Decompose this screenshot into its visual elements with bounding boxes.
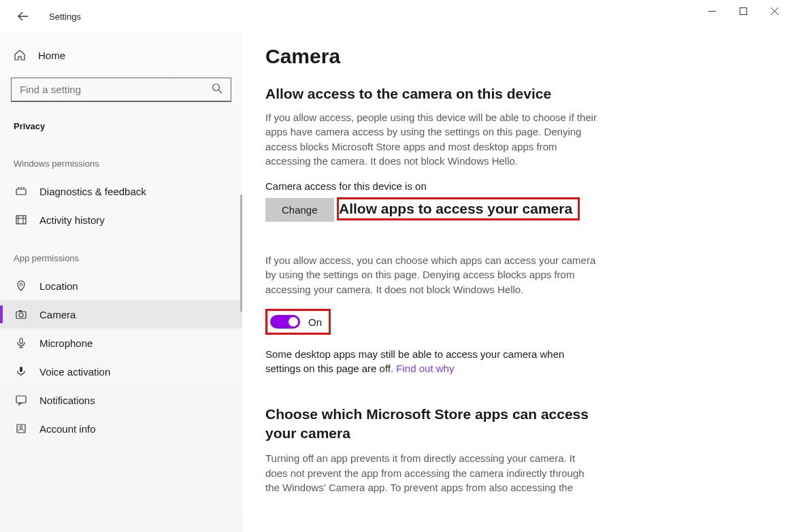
svg-rect-11 — [20, 338, 22, 344]
sidebar-item-voice-activation[interactable]: Voice activation — [0, 357, 242, 386]
sidebar-item-diagnostics[interactable]: Diagnostics & feedback — [0, 177, 242, 205]
sidebar-item-location[interactable]: Location — [0, 271, 242, 300]
maximize-button[interactable] — [727, 0, 759, 22]
history-icon — [14, 214, 29, 226]
back-button[interactable] — [12, 5, 34, 27]
svg-point-1 — [213, 84, 220, 90]
notifications-icon — [14, 394, 29, 406]
sidebar-item-camera[interactable]: Camera — [0, 300, 242, 329]
svg-rect-10 — [19, 310, 22, 312]
sidebar-home[interactable]: Home — [0, 42, 242, 68]
sidebar-item-label: Account info — [39, 423, 96, 435]
section-allow-device-desc: If you allow access, people using this d… — [265, 110, 599, 168]
sidebar-item-label: Activity history — [39, 214, 105, 226]
close-icon — [771, 7, 778, 15]
search-icon — [212, 83, 223, 97]
sidebar-item-label: Camera — [39, 309, 76, 320]
sidebar-item-label: Location — [39, 280, 78, 292]
search-input[interactable] — [20, 84, 212, 95]
svg-point-7 — [20, 283, 22, 286]
svg-rect-2 — [16, 189, 26, 195]
sidebar-item-account-info[interactable]: Account info — [0, 414, 242, 443]
svg-point-4 — [20, 187, 22, 188]
diagnostics-icon — [14, 185, 29, 197]
highlight-allow-apps-heading: Allow apps to access your camera — [337, 197, 580, 220]
home-icon — [14, 49, 29, 61]
group-app-permissions: App permissions — [0, 234, 242, 271]
svg-point-9 — [19, 313, 23, 317]
allow-apps-toggle[interactable] — [270, 315, 300, 329]
change-button[interactable]: Change — [265, 198, 334, 222]
account-icon — [14, 422, 29, 435]
sidebar-item-label: Notifications — [39, 395, 95, 406]
toggle-state-label: On — [308, 316, 322, 328]
sidebar-item-microphone[interactable]: Microphone — [0, 329, 242, 357]
titlebar: Settings — [0, 0, 790, 33]
arrow-left-icon — [18, 11, 29, 22]
home-label: Home — [38, 50, 65, 61]
microphone-icon — [14, 337, 29, 349]
close-button[interactable] — [759, 0, 790, 22]
sidebar: Home Privacy Windows permissions Diagnos… — [0, 33, 242, 532]
minimize-button[interactable] — [696, 0, 727, 22]
content-area: Camera Allow access to the camera on thi… — [242, 33, 790, 532]
sidebar-scrollbar[interactable] — [240, 195, 242, 312]
svg-point-15 — [20, 426, 22, 429]
section-allow-apps-desc: If you allow access, you can choose whic… — [265, 253, 599, 297]
section-allow-device-heading: Allow access to the camera on this devic… — [265, 86, 551, 102]
sidebar-item-notifications[interactable]: Notifications — [0, 386, 242, 414]
desktop-apps-note: Some desktop apps may still be able to a… — [265, 347, 599, 376]
group-windows-permissions: Windows permissions — [0, 139, 242, 177]
highlight-toggle: On — [265, 309, 331, 335]
sidebar-item-label: Diagnostics & feedback — [39, 186, 146, 197]
svg-rect-13 — [16, 396, 26, 403]
svg-point-3 — [18, 187, 19, 188]
svg-rect-12 — [20, 367, 22, 372]
camera-access-status: Camera access for this device is on — [265, 180, 767, 192]
svg-rect-0 — [740, 7, 746, 14]
titlebar-left: Settings — [0, 5, 81, 27]
section-choose-apps-desc: Turning off an app prevents it from dire… — [265, 451, 599, 495]
search-box[interactable] — [11, 78, 231, 102]
svg-point-5 — [23, 187, 24, 188]
section-choose-apps-heading: Choose which Microsoft Store apps can ac… — [265, 405, 599, 444]
minimize-icon — [708, 7, 716, 15]
page-title: Camera — [265, 45, 767, 68]
privacy-label: Privacy — [0, 114, 242, 139]
window-controls — [696, 0, 790, 33]
maximize-icon — [740, 7, 747, 15]
app-title: Settings — [49, 12, 81, 22]
sidebar-item-label: Microphone — [39, 337, 93, 349]
section-allow-apps-heading: Allow apps to access your camera — [339, 201, 572, 217]
svg-rect-6 — [16, 216, 26, 224]
camera-icon — [14, 308, 29, 320]
find-out-why-link[interactable]: Find out why — [396, 363, 454, 374]
sidebar-item-label: Voice activation — [39, 366, 110, 378]
sidebar-item-activity-history[interactable]: Activity history — [0, 205, 242, 234]
voice-icon — [14, 365, 29, 378]
location-icon — [14, 280, 29, 292]
